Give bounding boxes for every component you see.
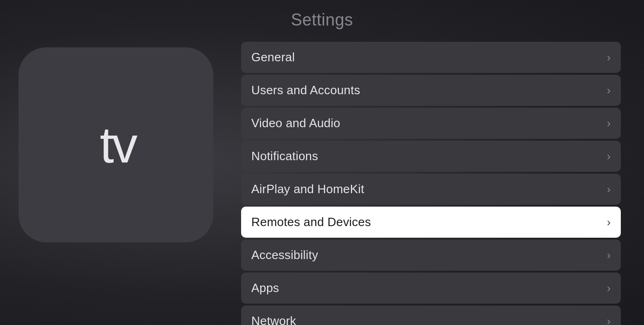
chevron-right-icon: ›	[607, 249, 611, 262]
apple-tv-logo-container: tv	[19, 47, 213, 242]
settings-item-label: Users and Accounts	[251, 83, 360, 98]
settings-item-label: Accessibility	[251, 248, 318, 262]
settings-item-users-and-accounts[interactable]: Users and Accounts›	[241, 75, 621, 106]
settings-list: General›Users and Accounts›Video and Aud…	[241, 42, 625, 325]
chevron-right-icon: ›	[607, 117, 611, 130]
settings-item-video-and-audio[interactable]: Video and Audio›	[241, 108, 621, 139]
chevron-right-icon: ›	[607, 51, 611, 64]
chevron-right-icon: ›	[607, 315, 611, 325]
apple-tv-logo: tv	[96, 119, 136, 170]
settings-item-label: Apps	[251, 281, 279, 295]
settings-item-airplay-and-homekit[interactable]: AirPlay and HomeKit›	[241, 174, 621, 205]
chevron-right-icon: ›	[607, 84, 611, 97]
settings-item-label: General	[251, 50, 295, 65]
page-title: Settings	[0, 0, 644, 38]
settings-item-label: Network	[251, 314, 296, 325]
settings-item-label: Remotes and Devices	[251, 215, 371, 229]
chevron-right-icon: ›	[607, 282, 611, 295]
settings-item-notifications[interactable]: Notifications›	[241, 141, 621, 172]
tv-text: tv	[100, 119, 136, 170]
settings-item-label: AirPlay and HomeKit	[251, 182, 364, 196]
settings-item-label: Video and Audio	[251, 116, 340, 130]
settings-item-remotes-and-devices[interactable]: Remotes and Devices›	[241, 207, 621, 238]
chevron-right-icon: ›	[607, 216, 611, 229]
settings-item-accessibility[interactable]: Accessibility›	[241, 240, 621, 271]
settings-item-general[interactable]: General›	[241, 42, 621, 73]
settings-item-label: Notifications	[251, 149, 318, 163]
settings-item-network[interactable]: Network›	[241, 306, 621, 325]
settings-item-apps[interactable]: Apps›	[241, 273, 621, 304]
chevron-right-icon: ›	[607, 150, 611, 163]
content-area: tv General›Users and Accounts›Video and …	[0, 38, 644, 325]
chevron-right-icon: ›	[607, 183, 611, 196]
